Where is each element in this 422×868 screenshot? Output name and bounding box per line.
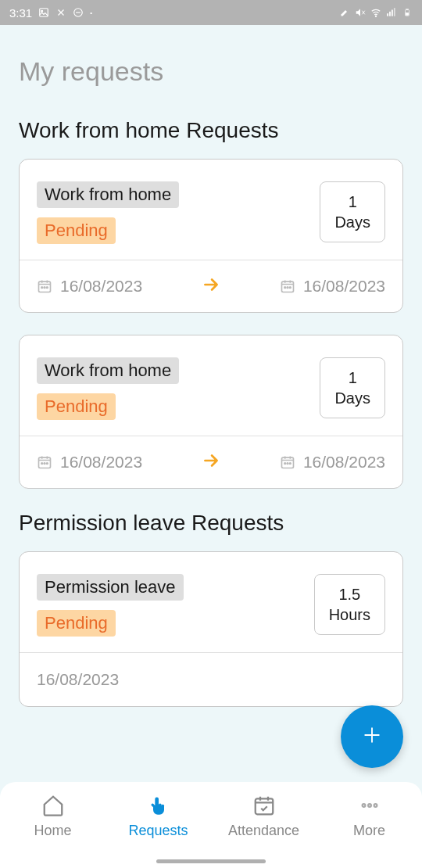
start-date-text: 16/08/2023 xyxy=(60,453,142,472)
duration-box: 1 Days xyxy=(320,181,385,242)
svg-point-24 xyxy=(284,463,286,464)
duration-box: 1 Days xyxy=(320,357,385,418)
svg-rect-5 xyxy=(389,12,391,16)
content-area: My requests Work from home Requests Work… xyxy=(0,25,422,823)
svg-rect-7 xyxy=(394,8,395,16)
request-card[interactable]: Work from home Pending 1 Days 16/08/2023 xyxy=(19,335,403,489)
bottom-nav: Home Requests Attendance More xyxy=(0,782,422,868)
request-type-chip: Work from home xyxy=(37,181,179,208)
battery-icon xyxy=(402,7,413,18)
home-icon xyxy=(41,793,66,818)
svg-rect-0 xyxy=(40,9,48,17)
duration-value: 1.5 xyxy=(329,584,370,604)
request-card[interactable]: Work from home Pending 1 Days 16/08/2023 xyxy=(19,159,403,313)
svg-point-29 xyxy=(368,804,371,807)
arrow-right-icon xyxy=(201,450,221,474)
calendar-icon xyxy=(37,278,52,294)
plus-icon xyxy=(360,723,384,750)
more-icon xyxy=(357,793,382,818)
section-title-wfh: Work from home Requests xyxy=(19,118,403,143)
image-icon xyxy=(38,7,49,18)
wifi-icon xyxy=(370,7,381,18)
edit-icon xyxy=(339,7,350,18)
start-date: 16/08/2023 xyxy=(37,453,142,472)
request-type-chip: Permission leave xyxy=(37,574,184,601)
nav-attendance-label: Attendance xyxy=(228,823,299,839)
calendar-icon xyxy=(280,454,295,470)
svg-point-12 xyxy=(41,287,43,289)
svg-point-16 xyxy=(284,287,286,289)
svg-point-30 xyxy=(374,804,377,807)
nav-home-label: Home xyxy=(34,823,71,839)
page-title: My requests xyxy=(19,56,403,87)
nav-more[interactable]: More xyxy=(316,793,422,868)
svg-point-25 xyxy=(287,463,288,464)
duration-box: 1.5 Hours xyxy=(314,574,385,635)
duration-unit: Days xyxy=(334,388,370,408)
svg-point-22 xyxy=(47,463,48,464)
nav-more-label: More xyxy=(353,823,385,839)
section-title-permission: Permission leave Requests xyxy=(19,511,403,536)
svg-rect-27 xyxy=(255,798,273,814)
request-status-chip: Pending xyxy=(37,217,116,244)
request-type-chip: Work from home xyxy=(37,357,179,384)
svg-point-28 xyxy=(362,804,365,807)
svg-point-17 xyxy=(287,287,288,289)
svg-rect-9 xyxy=(406,9,409,9)
svg-point-21 xyxy=(44,463,45,464)
svg-rect-6 xyxy=(392,10,393,16)
status-left: 3:31 • xyxy=(9,6,92,20)
arrow-right-icon xyxy=(201,274,221,298)
duration-value: 1 xyxy=(334,192,370,212)
end-date-text: 16/08/2023 xyxy=(303,453,385,472)
end-date-text: 16/08/2023 xyxy=(303,277,385,296)
request-status-chip: Pending xyxy=(37,393,116,420)
duration-unit: Hours xyxy=(329,604,370,625)
end-date: 16/08/2023 xyxy=(280,453,385,472)
status-bar: 3:31 • xyxy=(0,0,422,25)
svg-point-20 xyxy=(41,463,43,464)
start-date: 16/08/2023 xyxy=(37,277,142,296)
svg-point-14 xyxy=(47,287,48,289)
calendar-check-icon xyxy=(252,793,277,818)
nav-requests[interactable]: Requests xyxy=(106,793,211,868)
nav-attendance[interactable]: Attendance xyxy=(211,793,316,868)
mute-icon xyxy=(355,7,366,18)
home-indicator xyxy=(156,859,266,863)
svg-point-1 xyxy=(41,10,43,12)
duration-unit: Days xyxy=(334,212,370,232)
svg-rect-10 xyxy=(406,13,408,15)
request-card[interactable]: Permission leave Pending 1.5 Hours 16/08… xyxy=(19,551,403,707)
single-date-text: 16/08/2023 xyxy=(37,670,119,688)
calendar-icon xyxy=(280,278,295,294)
request-status-chip: Pending xyxy=(37,610,116,637)
calendar-icon xyxy=(37,454,52,470)
duration-value: 1 xyxy=(334,368,370,388)
add-request-fab[interactable] xyxy=(341,705,403,768)
close-small-icon xyxy=(55,7,66,18)
svg-point-18 xyxy=(289,287,291,289)
start-date-text: 16/08/2023 xyxy=(60,277,142,296)
nav-home[interactable]: Home xyxy=(0,793,106,868)
svg-point-3 xyxy=(375,16,376,16)
status-dot: • xyxy=(90,9,92,16)
block-icon xyxy=(73,7,84,18)
end-date: 16/08/2023 xyxy=(280,277,385,296)
status-time: 3:31 xyxy=(9,6,32,20)
hand-pointer-icon xyxy=(146,793,171,818)
svg-point-26 xyxy=(289,463,291,464)
status-right xyxy=(339,7,413,18)
svg-rect-4 xyxy=(387,13,388,16)
signal-icon xyxy=(386,7,397,18)
svg-point-13 xyxy=(44,287,45,289)
nav-requests-label: Requests xyxy=(128,823,188,839)
